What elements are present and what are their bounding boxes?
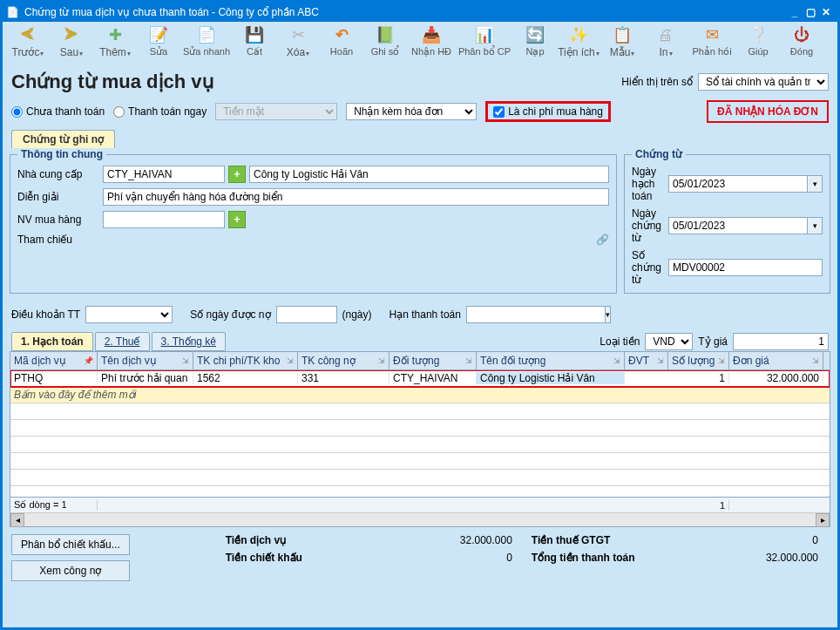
- credit-days-input[interactable]: [276, 306, 337, 323]
- allocate-cost-button[interactable]: 📊Phân bổ CP: [456, 25, 513, 67]
- envelope-icon: ✉: [702, 25, 721, 44]
- tab-accounting[interactable]: 1. Hạch toán: [11, 332, 93, 351]
- display-on-select[interactable]: Sổ tài chính và quản trị: [698, 73, 829, 91]
- col-obj-name[interactable]: Tên đối tượng⇲: [477, 352, 625, 369]
- supplier-code-input[interactable]: [103, 166, 225, 183]
- voucher-no-label: Số chứng từ: [632, 249, 661, 286]
- payment-term-label: Điều khoản TT: [11, 308, 80, 321]
- add-icon: ✚: [105, 25, 125, 44]
- quick-edit-button[interactable]: 📄Sửa nhanh: [180, 25, 233, 67]
- edit-icon: 📝: [149, 25, 168, 44]
- reference-label: Tham chiếu: [17, 234, 96, 246]
- template-button[interactable]: 📋Mẫu▾: [600, 25, 644, 67]
- wand-icon: ✨: [569, 25, 588, 44]
- payment-method-select: Tiền mặt: [215, 103, 337, 120]
- invoice-mode-select[interactable]: Nhận kèm hóa đơn: [346, 103, 477, 120]
- col-debt-acct[interactable]: TK công nợ⇲: [298, 352, 390, 369]
- maximize-button[interactable]: ▢: [803, 6, 818, 18]
- display-on-label: Hiển thị trên sổ: [621, 76, 693, 88]
- tab-tax[interactable]: 2. Thuế: [95, 332, 150, 351]
- due-date-input[interactable]: [466, 306, 605, 323]
- voucher-group: Chứng từ Ngày hạch toán ▾ Ngày chứng từ …: [624, 148, 830, 294]
- add-row[interactable]: Bấm vào đây để thêm mới: [10, 387, 830, 403]
- allocate-icon: 📊: [475, 25, 494, 44]
- service-amount-label: Tiền dịch vụ: [226, 534, 365, 546]
- radio-unpaid[interactable]: Chưa thanh toán: [11, 105, 105, 118]
- credit-days-label: Số ngày được nợ: [190, 308, 270, 321]
- cancel-button[interactable]: ↶Hoãn: [320, 25, 363, 67]
- minimize-button[interactable]: _: [787, 6, 803, 18]
- close-window-button[interactable]: ✕: [818, 6, 834, 18]
- description-input[interactable]: [103, 188, 609, 206]
- currency-select[interactable]: VND: [645, 333, 693, 350]
- qty-sum: 1: [668, 500, 729, 511]
- printer-icon: 🖨: [656, 25, 675, 44]
- supplier-name-input[interactable]: [249, 166, 609, 183]
- prev-button[interactable]: ⮜Trước▾: [6, 25, 50, 67]
- table-row[interactable]: PTHQ Phí trước hải quan 1562 331 CTY_HAI…: [10, 370, 830, 387]
- close-button[interactable]: ⏻Đóng: [780, 25, 823, 67]
- accounting-date-picker[interactable]: ▾: [807, 175, 823, 193]
- voucher-no-input[interactable]: [668, 259, 823, 276]
- edit-button[interactable]: 📝Sửa: [137, 25, 180, 67]
- ledger-icon: 📗: [376, 25, 395, 44]
- accounting-grid: Mã dịch vụ📌 Tên dịch vụ⇲ TK chi phí/TK k…: [10, 351, 830, 527]
- row-count: Số dòng = 1: [10, 499, 98, 511]
- description-label: Diễn giải: [17, 191, 96, 203]
- template-icon: 📋: [613, 25, 632, 44]
- save-button[interactable]: 💾Cất: [233, 25, 276, 67]
- scroll-right-button[interactable]: ▸: [816, 513, 830, 527]
- reference-link-icon[interactable]: 🔗: [596, 234, 609, 246]
- due-date-picker[interactable]: ▾: [605, 306, 611, 323]
- feedback-button[interactable]: ✉Phản hồi: [688, 25, 736, 67]
- col-obj[interactable]: Đối tượng⇲: [390, 352, 477, 369]
- grid-hscroll[interactable]: ◂ ▸: [10, 512, 830, 526]
- add-button[interactable]: ✚Thêm▾: [93, 25, 137, 67]
- load-button[interactable]: 🔄Nạp: [513, 25, 557, 67]
- undo-icon: ↶: [332, 25, 351, 44]
- radio-paid-now[interactable]: Thanh toán ngay: [113, 105, 207, 118]
- utilities-button[interactable]: ✨Tiện ích▾: [557, 25, 600, 67]
- tab-statistics[interactable]: 3. Thống kê: [152, 332, 226, 351]
- delete-icon: ✂: [288, 25, 308, 44]
- accounting-date-input[interactable]: [668, 175, 807, 193]
- col-unit[interactable]: ĐVT⇲: [625, 352, 668, 369]
- help-button[interactable]: ❔Giúp: [736, 25, 780, 67]
- view-debt-button[interactable]: Xem công nợ: [11, 560, 130, 581]
- col-price[interactable]: Đơn giá⇲: [729, 352, 823, 369]
- purchase-cost-checkbox[interactable]: [493, 106, 505, 118]
- delete-button[interactable]: ✂Xóa▾: [276, 25, 320, 67]
- buyer-input[interactable]: [103, 211, 225, 228]
- add-buyer-button[interactable]: +: [228, 211, 246, 228]
- got-invoice-badge: ĐÃ NHẬN HÓA ĐƠN: [707, 100, 829, 123]
- rate-input[interactable]: [733, 333, 829, 350]
- general-info-group: Thông tin chung Nhà cung cấp + Diễn giải…: [10, 148, 617, 294]
- service-amount: 32.000.000: [374, 534, 523, 546]
- print-button[interactable]: 🖨In▾: [644, 25, 688, 67]
- supplier-label: Nhà cung cấp: [17, 168, 96, 180]
- allocate-discount-button[interactable]: Phân bổ chiết khấu...: [11, 534, 130, 555]
- post-button[interactable]: 📗Ghi sổ: [363, 25, 407, 67]
- invoice-icon: 📥: [422, 25, 441, 44]
- due-date-label: Hạn thanh toán: [390, 308, 461, 321]
- voucher-date-input[interactable]: [668, 217, 807, 234]
- col-name[interactable]: Tên dịch vụ⇲: [98, 352, 193, 369]
- voucher-date-label: Ngày chứng từ: [632, 207, 661, 244]
- scroll-left-button[interactable]: ◂: [10, 513, 24, 527]
- tab-debit-voucher[interactable]: Chứng từ ghi nợ: [11, 130, 115, 148]
- col-code[interactable]: Mã dịch vụ📌: [10, 352, 98, 369]
- col-exp-acct[interactable]: TK chi phí/TK kho⇲: [193, 352, 298, 369]
- purchase-cost-label: Là chi phí mua hàng: [508, 105, 603, 118]
- quick-edit-icon: 📄: [197, 25, 216, 44]
- receive-invoice-button[interactable]: 📥Nhận HĐ: [407, 25, 456, 67]
- next-button[interactable]: ⮞Sau▾: [50, 25, 93, 67]
- col-qty[interactable]: Số lượng⇲: [668, 352, 729, 369]
- save-icon: 💾: [245, 25, 264, 44]
- app-icon: 📄: [6, 6, 19, 18]
- titlebar: 📄 Chứng từ mua dịch vụ chưa thanh toán -…: [3, 3, 837, 22]
- toolbar: ⮜Trước▾ ⮞Sau▾ ✚Thêm▾ 📝Sửa 📄Sửa nhanh 💾Cấ…: [3, 22, 837, 69]
- voucher-date-picker[interactable]: ▾: [807, 217, 823, 234]
- payment-term-select[interactable]: [85, 306, 173, 323]
- refresh-icon: 🔄: [525, 25, 545, 44]
- add-supplier-button[interactable]: +: [228, 166, 246, 183]
